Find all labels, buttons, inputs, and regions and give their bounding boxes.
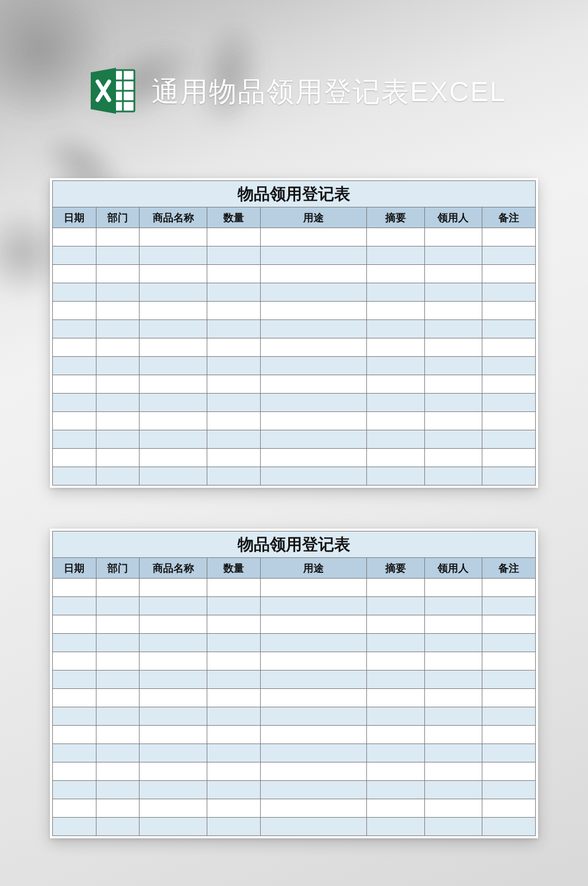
table-cell — [140, 634, 207, 652]
table-cell — [140, 689, 207, 707]
table-row — [53, 707, 536, 726]
table-cell — [53, 375, 96, 394]
table-cell — [260, 781, 366, 799]
table-cell — [207, 744, 261, 762]
table-cell — [207, 671, 261, 689]
table-cell — [96, 467, 140, 486]
table-cell — [207, 579, 261, 597]
table-cell — [207, 467, 261, 486]
table-cell — [207, 246, 261, 265]
col-summary: 摘要 — [366, 558, 424, 579]
table-row — [53, 818, 536, 836]
table-cell — [140, 246, 207, 265]
table-cell — [96, 412, 140, 430]
table-row — [53, 302, 536, 320]
table-cell — [424, 449, 482, 467]
table-cell — [424, 726, 482, 744]
table-cell — [53, 579, 96, 597]
col-remark: 备注 — [482, 558, 536, 579]
table-cell — [96, 338, 140, 357]
col-receiver: 领用人 — [424, 207, 482, 228]
table-cell — [366, 283, 424, 302]
table-cell — [140, 818, 207, 836]
table-cell — [260, 799, 366, 818]
table-cell — [424, 467, 482, 486]
table-cell — [482, 818, 536, 836]
table-cell — [424, 394, 482, 412]
table-cell — [96, 799, 140, 818]
table-cell — [207, 781, 261, 799]
table-cell — [260, 762, 366, 781]
table-row — [53, 597, 536, 615]
table-cell — [140, 394, 207, 412]
table-cell — [260, 430, 366, 449]
table-cell — [482, 412, 536, 430]
table-cell — [424, 818, 482, 836]
table-cell — [53, 302, 96, 320]
table-cell — [366, 265, 424, 283]
table-cell — [53, 449, 96, 467]
col-summary: 摘要 — [366, 207, 424, 228]
table-row — [53, 283, 536, 302]
table-cell — [260, 320, 366, 338]
table-cell — [260, 338, 366, 357]
table-cell — [366, 781, 424, 799]
table-cell — [424, 320, 482, 338]
table-cell — [96, 781, 140, 799]
table-cell — [482, 781, 536, 799]
table-cell — [482, 467, 536, 486]
table-row — [53, 467, 536, 486]
table-cell — [207, 689, 261, 707]
col-quantity: 数量 — [207, 558, 261, 579]
table-cell — [366, 671, 424, 689]
table-cell — [424, 652, 482, 671]
table-cell — [482, 762, 536, 781]
table-cell — [482, 449, 536, 467]
table-cell — [53, 726, 96, 744]
table-cell — [53, 467, 96, 486]
table-cell — [207, 818, 261, 836]
table-row — [53, 265, 536, 283]
table-cell — [482, 744, 536, 762]
table-cell — [260, 246, 366, 265]
table-cell — [53, 357, 96, 375]
table-cell — [366, 707, 424, 726]
col-date: 日期 — [53, 207, 96, 228]
table-cell — [207, 597, 261, 615]
table-cell — [260, 652, 366, 671]
table-row — [53, 615, 536, 634]
col-product-name: 商品名称 — [140, 207, 207, 228]
table-cell — [366, 652, 424, 671]
table-cell — [424, 707, 482, 726]
table-cell — [140, 467, 207, 486]
table-cell — [424, 744, 482, 762]
table-cell — [207, 412, 261, 430]
col-remark: 备注 — [482, 207, 536, 228]
table-cell — [53, 228, 96, 246]
table-cell — [260, 726, 366, 744]
table-cell — [424, 689, 482, 707]
table-cell — [366, 615, 424, 634]
table-header-row: 日期 部门 商品名称 数量 用途 摘要 领用人 备注 — [53, 558, 536, 579]
table-cell — [53, 818, 96, 836]
table-cell — [96, 707, 140, 726]
table-cell — [207, 394, 261, 412]
table-cell — [482, 634, 536, 652]
excel-icon — [86, 64, 139, 120]
table-cell — [53, 615, 96, 634]
table-cell — [207, 357, 261, 375]
table-cell — [140, 579, 207, 597]
table-cell — [424, 338, 482, 357]
table-title: 物品领用登记表 — [53, 531, 536, 558]
table-cell — [207, 652, 261, 671]
table-cell — [424, 634, 482, 652]
table-cell — [207, 283, 261, 302]
table-cell — [482, 228, 536, 246]
table-cell — [140, 338, 207, 357]
table-cell — [482, 615, 536, 634]
table-cell — [53, 634, 96, 652]
table-cell — [424, 430, 482, 449]
table-cell — [96, 689, 140, 707]
table-cell — [207, 375, 261, 394]
table-cell — [260, 689, 366, 707]
